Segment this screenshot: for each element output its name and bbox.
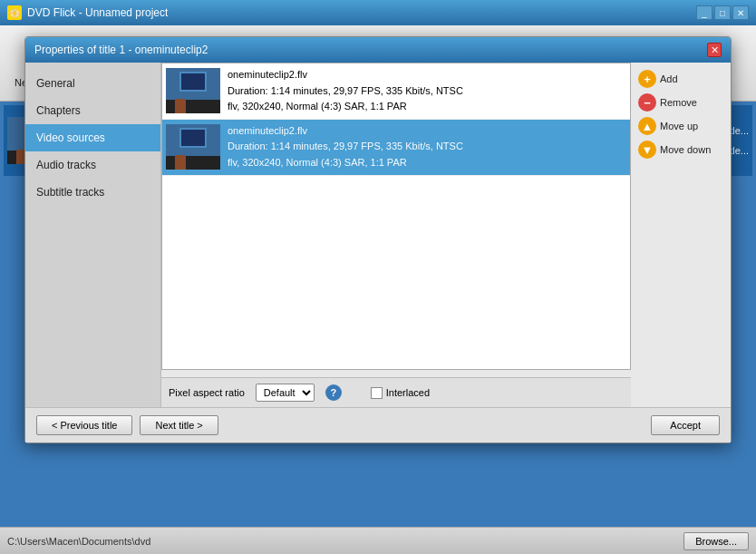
dialog-close-button[interactable]: ✕ [707, 43, 722, 57]
nav-item-audio-tracks[interactable]: Audio tracks [25, 151, 160, 179]
remove-button[interactable]: − Remove [638, 93, 723, 112]
accept-button[interactable]: Accept [651, 415, 720, 435]
video-filename-2: oneminuteclip2.flv [228, 123, 463, 140]
up-icon: ▲ [638, 117, 656, 135]
nav-item-chapters[interactable]: Chapters [25, 97, 160, 124]
controls-row: Pixel aspect ratio Default ? Interlaced [161, 377, 631, 407]
dialog-overlay: Properties of title 1 - oneminuteclip2 ✕… [0, 25, 756, 554]
video-item-1[interactable]: oneminuteclip2.flv Duration: 1:14 minute… [162, 63, 630, 120]
add-button[interactable]: + Add [638, 70, 723, 88]
dialog-title: Properties of title 1 - oneminuteclip2 [34, 44, 208, 56]
video-duration-2: Duration: 1:14 minutes, 29,97 FPS, 335 K… [228, 139, 463, 155]
dialog-actions: + Add − Remove ▲ Move up ▼ Move down [631, 63, 731, 407]
par-label: Pixel aspect ratio [169, 387, 245, 398]
content-area: oneminuteclip2.flv Duration: 1:14 minute… [161, 63, 631, 407]
interlaced-label: Interlaced [386, 387, 430, 398]
interlaced-checkbox-group: Interlaced [371, 387, 430, 399]
maximize-button[interactable]: □ [714, 5, 731, 20]
video-format-1: flv, 320x240, Normal (4:3) SAR, 1:1 PAR [228, 99, 463, 115]
nav-item-general[interactable]: General [25, 70, 160, 97]
video-duration-1: Duration: 1:14 minutes, 29,97 FPS, 335 K… [228, 83, 463, 100]
video-info-1: oneminuteclip2.flv Duration: 1:14 minute… [228, 67, 463, 115]
down-icon: ▼ [638, 141, 656, 159]
minimize-button[interactable]: _ [696, 5, 712, 20]
remove-icon: − [638, 93, 656, 112]
window-controls: _ □ ✕ [696, 5, 749, 20]
video-list: oneminuteclip2.flv Duration: 1:14 minute… [161, 63, 631, 370]
app-icon: 📀 [7, 5, 22, 20]
move-down-button[interactable]: ▼ Move down [638, 141, 723, 159]
dialog-footer: < Previous title Next title > Accept [25, 407, 731, 442]
dialog-body: General Chapters Video sources Audio tra… [25, 63, 731, 407]
move-up-label: Move up [660, 121, 698, 131]
dialog-nav: General Chapters Video sources Audio tra… [25, 63, 161, 407]
add-label: Add [660, 73, 678, 84]
nav-item-subtitle-tracks[interactable]: Subtitle tracks [25, 179, 160, 206]
remove-label: Remove [660, 97, 697, 108]
prev-title-button[interactable]: < Previous title [36, 415, 132, 435]
help-button[interactable]: ? [325, 384, 342, 401]
video-thumb-2 [166, 124, 220, 170]
nav-buttons: < Previous title Next title > [36, 415, 218, 435]
add-icon: + [638, 70, 656, 88]
interlaced-checkbox[interactable] [371, 387, 383, 399]
content-and-actions: oneminuteclip2.flv Duration: 1:14 minute… [161, 63, 731, 407]
move-down-label: Move down [660, 144, 711, 155]
properties-dialog: Properties of title 1 - oneminuteclip2 ✕… [24, 36, 732, 443]
title-bar: 📀 DVD Flick - Unnamed project _ □ ✕ [0, 0, 756, 25]
video-filename-1: oneminuteclip2.flv [228, 67, 463, 83]
nav-item-video-sources[interactable]: Video sources [25, 124, 160, 151]
dialog-title-bar: Properties of title 1 - oneminuteclip2 ✕ [25, 37, 731, 63]
next-title-button[interactable]: Next title > [140, 415, 218, 435]
par-select[interactable]: Default [256, 384, 315, 402]
video-info-2: oneminuteclip2.flv Duration: 1:14 minute… [228, 123, 463, 171]
video-format-2: flv, 320x240, Normal (4:3) SAR, 1:1 PAR [228, 155, 463, 171]
window-title: DVD Flick - Unnamed project [27, 6, 696, 19]
video-thumb-1 [166, 68, 220, 113]
video-item-2[interactable]: oneminuteclip2.flv Duration: 1:14 minute… [162, 120, 630, 176]
move-up-button[interactable]: ▲ Move up [638, 117, 723, 135]
close-button[interactable]: ✕ [732, 5, 749, 20]
